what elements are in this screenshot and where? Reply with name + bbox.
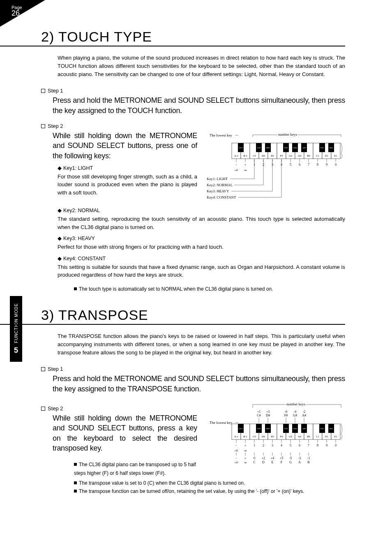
svg-text:D0: D0 bbox=[262, 435, 265, 438]
svg-text:B0: B0 bbox=[307, 435, 310, 438]
svg-text:C0: C0 bbox=[253, 154, 256, 157]
svg-text:-5: -5 bbox=[289, 456, 292, 460]
transpose-step2-text: While still holding down the METRONOME a… bbox=[53, 413, 197, 453]
svg-text:number keys: number keys bbox=[278, 132, 297, 136]
svg-text:D#: D# bbox=[266, 414, 270, 417]
touch-key4: ◆Key4: CONSTANT This setting is suitable… bbox=[58, 255, 345, 279]
svg-text:G0: G0 bbox=[289, 435, 292, 438]
svg-text:-: - bbox=[236, 163, 237, 166]
touch-intro: When playing a piano, the volume of the … bbox=[58, 54, 345, 79]
svg-text:The lowest key: The lowest key bbox=[210, 421, 232, 425]
svg-text:9: 9 bbox=[326, 444, 327, 447]
touch-step2-label: Step 2 bbox=[41, 123, 345, 129]
svg-text:D: D bbox=[262, 460, 265, 464]
svg-text:G#0: G#0 bbox=[293, 428, 297, 430]
touch-keyboard-diagram: The lowest key number keys A-1B-1C0D0E0F… bbox=[205, 131, 345, 203]
transpose-notes-rest: The transpose value is set to 0 (C) when… bbox=[74, 479, 345, 496]
page-content: 2) TOUCH TYPE When playing a piano, the … bbox=[41, 29, 345, 496]
svg-text:number keys: number keys bbox=[286, 402, 306, 406]
svg-text:C1: C1 bbox=[316, 154, 319, 157]
svg-text:-6: -6 bbox=[285, 410, 288, 414]
svg-text:off: off bbox=[235, 449, 238, 452]
svg-text:E1: E1 bbox=[334, 435, 337, 438]
svg-text:+4: +4 bbox=[271, 456, 274, 460]
svg-text:D0: D0 bbox=[262, 154, 265, 157]
svg-text:B-1: B-1 bbox=[243, 154, 247, 157]
svg-text:F: F bbox=[281, 460, 283, 464]
svg-text:B0: B0 bbox=[307, 154, 310, 157]
svg-text:F#0: F#0 bbox=[284, 428, 288, 430]
svg-text:A-1: A-1 bbox=[234, 154, 238, 157]
svg-text:Key4: CONSTANT: Key4: CONSTANT bbox=[207, 195, 236, 199]
svg-text:E1: E1 bbox=[334, 154, 337, 157]
transpose-step1-label: Step 1 bbox=[41, 366, 345, 372]
svg-text:7: 7 bbox=[308, 163, 309, 166]
svg-text:F#0: F#0 bbox=[284, 147, 288, 149]
touch-step1-text: Press and hold the METRONOME and SOUND S… bbox=[53, 95, 345, 116]
svg-text:A0: A0 bbox=[298, 154, 301, 157]
svg-text:D1: D1 bbox=[325, 435, 328, 438]
svg-text:C: C bbox=[253, 460, 255, 464]
svg-text:C0: C0 bbox=[253, 435, 256, 438]
svg-text:E: E bbox=[272, 460, 274, 464]
svg-text:+1: +1 bbox=[257, 410, 261, 414]
svg-text:E0: E0 bbox=[271, 154, 274, 157]
svg-text:F0: F0 bbox=[280, 154, 283, 157]
svg-text:+5: +5 bbox=[280, 456, 284, 460]
svg-text:+: + bbox=[244, 444, 247, 447]
svg-text:A: A bbox=[298, 460, 301, 464]
svg-text:off: off bbox=[235, 461, 238, 464]
svg-text:F0: F0 bbox=[280, 435, 283, 438]
svg-text:A#: A# bbox=[302, 414, 306, 417]
svg-text:E0: E0 bbox=[271, 435, 274, 438]
svg-text:7: 7 bbox=[308, 444, 309, 447]
svg-text:+3: +3 bbox=[266, 410, 270, 414]
touch-key2: ◆Key2: NORMAL The standard setting, repr… bbox=[58, 207, 345, 231]
svg-text:B-1: B-1 bbox=[243, 435, 247, 438]
section-heading-touch: 2) TOUCH TYPE bbox=[41, 29, 345, 46]
svg-text:B: B bbox=[307, 460, 309, 464]
svg-text:2: 2 bbox=[263, 444, 264, 447]
svg-text:D1: D1 bbox=[325, 154, 328, 157]
svg-text:8: 8 bbox=[317, 163, 318, 166]
touch-step1-label: Step 1 bbox=[41, 88, 345, 94]
svg-text:+2: +2 bbox=[262, 456, 265, 460]
section-heading-transpose: 3) TRANSPOSE bbox=[41, 307, 345, 325]
svg-text:6: 6 bbox=[299, 444, 300, 447]
svg-text:-1: -1 bbox=[307, 456, 310, 460]
page-number-tab: Page 26 bbox=[0, 0, 45, 27]
svg-text:-2: -2 bbox=[303, 410, 306, 414]
svg-text:Key1: LIGHT: Key1: LIGHT bbox=[207, 177, 228, 181]
svg-text:G#: G# bbox=[293, 414, 297, 417]
svg-text:-: - bbox=[236, 456, 237, 460]
svg-text:F#: F# bbox=[284, 414, 288, 417]
svg-text:on: on bbox=[244, 461, 247, 464]
svg-text:-: - bbox=[236, 444, 237, 447]
svg-text:5: 5 bbox=[290, 163, 291, 166]
svg-text:off: off bbox=[235, 169, 238, 172]
svg-text:0: 0 bbox=[254, 456, 255, 460]
svg-text:A#-1: A#-1 bbox=[239, 428, 243, 430]
svg-text:G: G bbox=[289, 460, 292, 464]
svg-text:C#0: C#0 bbox=[257, 147, 261, 149]
svg-text:0: 0 bbox=[335, 444, 337, 447]
svg-text:A#-1: A#-1 bbox=[239, 147, 243, 149]
transpose-step1-text: Press and hold the METRONOME and SOUND S… bbox=[53, 374, 345, 394]
svg-text:+: + bbox=[244, 456, 247, 460]
svg-text:C1: C1 bbox=[316, 435, 319, 438]
transpose-step2-label: Step 2 bbox=[41, 405, 197, 412]
svg-text:D#1: D#1 bbox=[330, 147, 333, 149]
svg-text:9: 9 bbox=[326, 163, 327, 166]
transpose-keyboard-diagram: The lowest key number keys +1C#+3D#-6F#-… bbox=[205, 401, 345, 471]
svg-text:3: 3 bbox=[272, 444, 273, 447]
svg-text:4: 4 bbox=[281, 444, 282, 447]
svg-text:on: on bbox=[244, 449, 247, 452]
svg-text:The lowest key: The lowest key bbox=[210, 133, 232, 137]
svg-text:G#0: G#0 bbox=[293, 147, 297, 149]
svg-text:D#0: D#0 bbox=[266, 428, 270, 430]
svg-text:Key3: HEAVY: Key3: HEAVY bbox=[207, 189, 229, 193]
touch-step2-text: While still holding down the METRONOME a… bbox=[53, 131, 197, 161]
svg-text:6: 6 bbox=[299, 163, 300, 166]
touch-key3: ◆Key3: HEAVY Perfect for those with stro… bbox=[58, 235, 345, 251]
svg-text:+: + bbox=[244, 163, 247, 166]
